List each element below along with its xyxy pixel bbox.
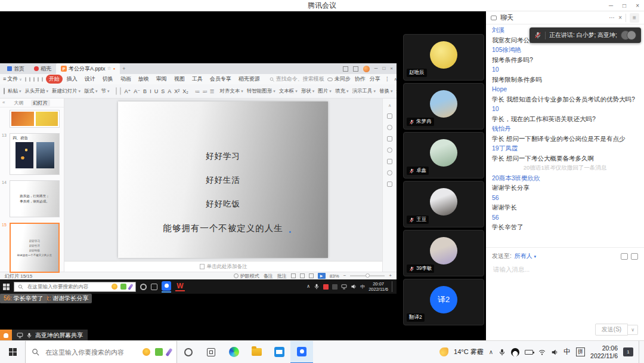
send-options-button[interactable] bbox=[628, 325, 638, 335]
minimize-button[interactable] bbox=[609, 3, 613, 9]
wps-menu-tab[interactable]: 开始 bbox=[46, 75, 63, 84]
bookmark-icon[interactable] bbox=[387, 182, 392, 187]
format-button[interactable]: X² bbox=[174, 88, 180, 94]
format-button[interactable]: I bbox=[149, 88, 152, 94]
more-menu-icon[interactable] bbox=[385, 76, 390, 82]
zoom-out-icon[interactable] bbox=[343, 273, 346, 278]
weather-icon[interactable] bbox=[439, 347, 448, 356]
notes-pane[interactable]: 单击此处添加备注 bbox=[64, 261, 382, 272]
chat-input[interactable] bbox=[492, 265, 638, 273]
slide-thumb-13[interactable]: 四、劝告 bbox=[10, 133, 60, 175]
file-menu[interactable]: 文件 bbox=[3, 75, 22, 83]
window-grid-icon[interactable] bbox=[353, 66, 358, 72]
play-slideshow-button[interactable] bbox=[318, 273, 326, 279]
comment-pane-icon[interactable] bbox=[387, 170, 392, 176]
chat-more-button[interactable] bbox=[609, 15, 615, 21]
start-button[interactable] bbox=[0, 341, 25, 363]
tray-expand-icon[interactable] bbox=[489, 349, 493, 355]
participant-tile[interactable]: 39李敏 bbox=[403, 230, 484, 276]
command-search[interactable]: 查找命令、搜索模板 bbox=[270, 75, 324, 83]
participant-tile[interactable]: 赵唯辰 bbox=[403, 34, 484, 81]
format-button[interactable]: S bbox=[160, 88, 165, 94]
wps-home-tab[interactable]: 首页 bbox=[2, 63, 29, 74]
settings-icon[interactable] bbox=[387, 125, 392, 130]
ime-mode-indicator[interactable]: 拼 bbox=[576, 347, 585, 356]
qq-icon[interactable] bbox=[511, 348, 519, 356]
wps-menu-tab[interactable]: 工具 bbox=[189, 75, 206, 84]
ribbon-button[interactable]: 从头开始 bbox=[25, 88, 49, 95]
task-view-button[interactable] bbox=[151, 284, 157, 290]
sorter-view-icon[interactable] bbox=[300, 273, 305, 278]
start-button[interactable] bbox=[3, 284, 10, 290]
mic-icon[interactable] bbox=[314, 284, 320, 290]
format-button[interactable]: A⁺ bbox=[124, 88, 132, 94]
ribbon-button[interactable]: 新建幻灯片 bbox=[52, 88, 80, 95]
properties-icon[interactable] bbox=[387, 113, 392, 119]
print-icon[interactable] bbox=[29, 77, 30, 82]
sync-status[interactable]: 未同步 bbox=[327, 75, 351, 83]
tray-expand-icon[interactable] bbox=[306, 284, 310, 289]
ribbon-button[interactable]: 填充 bbox=[335, 88, 349, 95]
close-button[interactable] bbox=[636, 3, 639, 9]
meeting-app-button[interactable] bbox=[290, 341, 313, 363]
wps-document-tab[interactable]: P 考公分享A.pptx bbox=[56, 63, 120, 74]
wps-menu-tab[interactable]: 稻壳资源 bbox=[236, 75, 263, 84]
wps-menu-tab[interactable]: 放映 bbox=[135, 75, 152, 84]
ribbon-button[interactable]: 形状 bbox=[301, 88, 315, 95]
show-desktop-button[interactable] bbox=[639, 341, 642, 363]
slide-thumb-15-selected[interactable]: 好好学习 好好生活 好好吃饭 能够拥有一个不被定义的人生 bbox=[10, 223, 60, 273]
speaker-icon[interactable] bbox=[551, 349, 558, 356]
shared-search-input[interactable] bbox=[26, 283, 109, 290]
undo-icon[interactable] bbox=[38, 77, 39, 82]
member-list-button[interactable] bbox=[0, 330, 12, 341]
align-icon[interactable]: ☰ bbox=[210, 88, 214, 94]
ribbon-button[interactable]: 演示工具 bbox=[352, 88, 376, 95]
tab-outline[interactable]: 大纲 bbox=[14, 100, 24, 106]
mic-icon[interactable] bbox=[499, 349, 506, 356]
chat-message-list[interactable]: 刘溪 我室友问考公是 105徐鸿艳 报考条件多吗? 10 报考限制条件多吗 Ho… bbox=[486, 24, 644, 247]
participant-tile[interactable]: 王豆 bbox=[403, 181, 484, 227]
wps-account-avatar[interactable] bbox=[363, 66, 370, 72]
taskbar-search-box[interactable] bbox=[25, 341, 177, 363]
format-button[interactable]: A⁻ bbox=[133, 88, 141, 94]
slide-thumb-12[interactable] bbox=[10, 110, 60, 128]
battery-icon[interactable] bbox=[525, 350, 533, 355]
ribbon-button[interactable]: 粘贴 bbox=[8, 88, 21, 95]
normal-view-icon[interactable] bbox=[291, 273, 296, 278]
participant-tile[interactable]: 卓鑫 bbox=[403, 132, 484, 179]
wps-maximize-button[interactable] bbox=[382, 66, 385, 71]
ribbon-button[interactable]: 文本框 bbox=[279, 88, 298, 95]
favorite-icon[interactable] bbox=[107, 66, 112, 71]
zoom-level[interactable]: 83% bbox=[330, 273, 339, 279]
participant-tile[interactable]: 译2 翻译2 bbox=[403, 279, 484, 325]
camera-icon[interactable] bbox=[332, 284, 338, 290]
reading-view-icon[interactable] bbox=[309, 273, 314, 278]
resource-icon[interactable] bbox=[387, 159, 392, 164]
preview-icon[interactable] bbox=[33, 77, 35, 82]
ribbon-button[interactable]: 对齐文本 bbox=[219, 88, 243, 95]
participant-tile[interactable]: 朱梦冉 bbox=[403, 83, 484, 130]
cortana-button[interactable] bbox=[177, 341, 200, 363]
tab-slides[interactable]: 幻灯片 bbox=[31, 100, 50, 106]
animation-pane-icon[interactable] bbox=[387, 136, 392, 141]
chat-close-button[interactable] bbox=[618, 15, 622, 21]
recording-icon[interactable] bbox=[323, 284, 329, 290]
bullet-list-icon[interactable]: ≔ bbox=[195, 88, 200, 94]
font-size-select[interactable] bbox=[120, 87, 121, 95]
zoom-slider[interactable] bbox=[350, 275, 385, 276]
ribbon-button[interactable]: 选择 bbox=[396, 88, 397, 95]
maximize-button[interactable] bbox=[623, 3, 626, 9]
monitor-icon[interactable] bbox=[341, 284, 347, 290]
action-center-button[interactable]: 1 bbox=[623, 347, 633, 356]
wps-minimize-button[interactable] bbox=[374, 66, 378, 71]
wps-close-button[interactable] bbox=[390, 66, 393, 71]
share-button[interactable]: 分享 bbox=[370, 75, 380, 83]
format-button[interactable]: U bbox=[154, 88, 159, 94]
wps-menu-tab[interactable]: 动画 bbox=[117, 75, 134, 84]
wps-app-button[interactable]: W bbox=[175, 282, 185, 291]
numbered-list-icon[interactable]: ≕ bbox=[202, 88, 207, 94]
wps-menu-tab[interactable]: 会员专享 bbox=[207, 75, 234, 84]
clock[interactable]: 20:06 2022/11/6 bbox=[590, 344, 618, 360]
ribbon-button[interactable]: 图片 bbox=[318, 88, 332, 95]
collapse-panel-icon[interactable] bbox=[2, 100, 5, 105]
